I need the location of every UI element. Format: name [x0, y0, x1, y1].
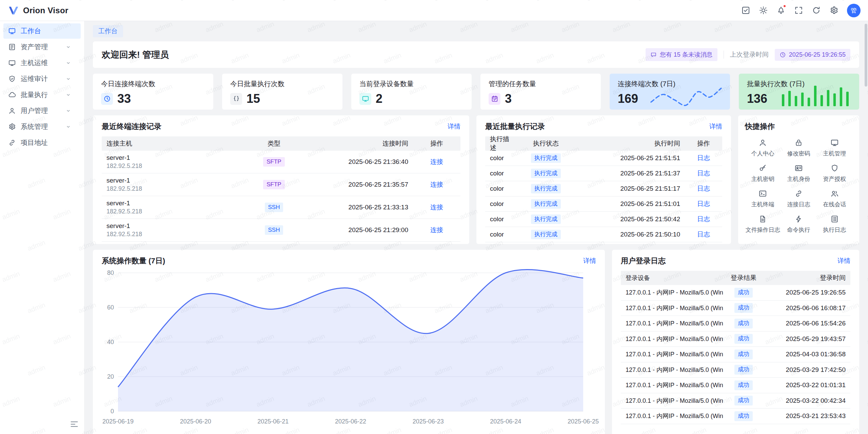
flash-icon [794, 215, 803, 223]
middle-row: 最近终端连接记录 详情 连接主机类型连接时间操作server-1182.92.5… [93, 115, 859, 244]
sidebar-item-project-url[interactable]: 项目地址 [3, 135, 81, 150]
quick-action-host-identity[interactable]: 主机身份 [781, 161, 817, 186]
sidebar-collapse-button[interactable] [69, 419, 79, 429]
stat-value: 2 [376, 92, 382, 106]
log-link[interactable]: 日志 [697, 200, 710, 207]
quick-action-file-operation-log[interactable]: 文件操作日志 [745, 211, 781, 237]
status-cell: 执行完成 [515, 230, 576, 240]
column-header: 登录结果 [723, 273, 764, 282]
last-login-time-text: 2025-06-25 19:26:55 [789, 51, 846, 58]
quick-action-label: 个人中心 [751, 150, 774, 157]
refresh-icon[interactable] [808, 3, 824, 18]
sidebar: 工作台资产管理主机运维运维审计批量执行用户管理系统管理项目地址 [0, 21, 84, 434]
chevron-down-icon [65, 108, 71, 114]
lock-icon [794, 138, 803, 147]
execution-time: 2025-06-25 21:51:01 [576, 200, 685, 208]
list-icon [830, 215, 839, 223]
sidebar-item-batch-execution[interactable]: 批量执行 [3, 87, 81, 102]
sidebar-item-asset-management[interactable]: 资产管理 [3, 39, 81, 55]
idcard-icon [794, 164, 803, 172]
terminal-connection-row: server-1182.92.5.218SSH2025-06-25 21:29:… [102, 219, 460, 242]
connect-link[interactable]: 连接 [430, 226, 443, 233]
batch-execution-row: color执行完成2025-06-25 21:51:51日志 [485, 151, 722, 166]
topbar-actions: 管 [738, 3, 861, 18]
login-result-tag: 成功 [734, 411, 753, 421]
action-cell: 日志 [685, 154, 722, 163]
chart-panel-detail-link[interactable]: 详情 [583, 257, 596, 265]
shield-icon [830, 164, 839, 172]
quick-action-host-keys[interactable]: 主机密钥 [745, 161, 781, 186]
user-login-log-panel: 用户登录日志 详情 登录设备登录结果登录时间127.0.0.1 - 内网IP -… [612, 250, 859, 434]
quick-action-command-execution[interactable]: 命令执行 [781, 211, 817, 237]
connect-time: 2025-06-25 21:33:13 [301, 204, 413, 211]
breadcrumb: 工作台 [93, 21, 859, 37]
log-link[interactable]: 日志 [697, 154, 710, 162]
monitor-icon [830, 138, 839, 147]
column-header: 执行状态 [515, 139, 576, 148]
quick-action-change-password[interactable]: 修改密码 [781, 135, 817, 161]
log-link[interactable]: 日志 [697, 215, 710, 223]
top-bar: Orion Visor 管 [0, 0, 868, 21]
main-content: 工作台 欢迎回来! 管理员 您有 15 条未读消息 上次登录时间 2025-06… [84, 21, 868, 434]
quick-actions-panel: 快捷操作 个人中心修改密码主机管理主机密钥主机身份资产授权主机终端连接日志在线会… [738, 115, 859, 244]
result-cell: 成功 [723, 319, 764, 328]
quick-action-host-management[interactable]: 主机管理 [816, 135, 852, 161]
stat-card-today-terminal-connections: 今日连接终端次数33 [93, 74, 213, 110]
quick-action-host-terminal[interactable]: 主机终端 [745, 186, 781, 211]
stat-value: 136 [747, 92, 767, 106]
protocol-tag: SFTP [263, 180, 284, 190]
terminal-panel-detail-link[interactable]: 详情 [448, 122, 460, 131]
execution-description: color [485, 231, 515, 238]
brand[interactable]: Orion Visor [7, 4, 68, 17]
sidebar-item-workbench[interactable]: 工作台 [3, 23, 81, 39]
log-link[interactable]: 日志 [697, 170, 710, 177]
connect-link[interactable]: 连接 [430, 181, 443, 188]
quick-action-execution-log[interactable]: 执行日志 [816, 211, 852, 237]
protocol-tag: SFTP [263, 157, 284, 167]
sidebar-item-host-ops[interactable]: 主机运维 [3, 55, 81, 71]
quick-action-online-sessions[interactable]: 在线会话 [816, 186, 852, 211]
status-cell: 执行完成 [515, 169, 576, 178]
quick-action-asset-authorization[interactable]: 资产授权 [816, 161, 852, 186]
notification-bell-icon[interactable] [773, 3, 789, 18]
unread-messages-badge[interactable]: 您有 15 条未读消息 [646, 48, 717, 61]
vertical-scrollbar[interactable] [865, 24, 867, 87]
host-name: server-1 [106, 177, 242, 184]
sidebar-item-label: 工作台 [21, 26, 76, 36]
sidebar-item-system-management[interactable]: 系统管理 [3, 119, 81, 134]
breadcrumb-item-workbench[interactable]: 工作台 [93, 25, 123, 37]
stat-label: 当前登录设备数量 [359, 79, 463, 89]
connect-link[interactable]: 连接 [430, 204, 443, 211]
batch-panel-detail-link[interactable]: 详情 [709, 122, 722, 131]
fullscreen-icon[interactable] [791, 3, 806, 18]
execution-time: 2025-06-25 21:51:37 [576, 170, 685, 177]
quick-action-label: 主机终端 [751, 201, 774, 208]
user-avatar[interactable]: 管 [847, 4, 861, 17]
log-link[interactable]: 日志 [697, 185, 710, 192]
connect-link[interactable]: 连接 [430, 158, 443, 165]
quick-action-personal-center[interactable]: 个人中心 [745, 135, 781, 161]
column-header: 操作 [413, 139, 460, 148]
table-header-row: 连接主机类型连接时间操作 [102, 136, 460, 151]
connect-time: 2025-06-25 21:35:57 [301, 181, 413, 188]
quick-action-connection-log[interactable]: 连接日志 [781, 186, 817, 211]
login-time: 2025-04-03 01:36:58 [764, 351, 850, 358]
column-header: 连接主机 [102, 139, 247, 148]
cloud-icon [8, 91, 16, 99]
theme-sun-icon[interactable] [755, 3, 771, 18]
select-check-icon[interactable] [738, 3, 753, 18]
log-link[interactable]: 日志 [697, 231, 710, 238]
last-login-label: 上次登录时间 [730, 50, 769, 59]
table-header-row: 登录设备登录结果登录时间 [621, 271, 850, 285]
login-device: 127.0.0.1 - 内网IP - Mozilla/5.0 (Windows … [621, 335, 723, 343]
stat-card-managed-tasks: 管理的任务数量3 [480, 74, 601, 110]
terminal-connections-panel: 最近终端连接记录 详情 连接主机类型连接时间操作server-1182.92.5… [93, 115, 469, 244]
login-panel-detail-link[interactable]: 详情 [837, 257, 850, 265]
sidebar-item-label: 系统管理 [21, 122, 65, 131]
file-icon [758, 215, 767, 223]
stat-label: 管理的任务数量 [489, 79, 593, 89]
settings-gear-icon[interactable] [826, 3, 842, 18]
sidebar-item-user-management[interactable]: 用户管理 [3, 103, 81, 118]
quick-action-label: 修改密码 [787, 150, 810, 157]
sidebar-item-ops-audit[interactable]: 运维审计 [3, 71, 81, 87]
